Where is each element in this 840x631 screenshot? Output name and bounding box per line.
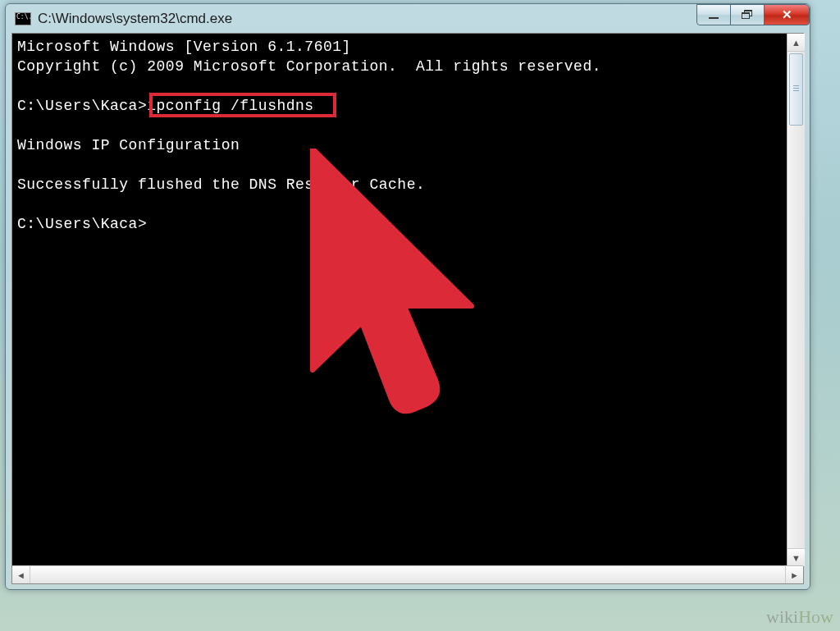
scroll-down-arrow-icon[interactable]: ▼ (788, 548, 805, 566)
console-frame: Microsoft Windows [Version 6.1.7601] Cop… (12, 34, 805, 566)
window-controls: ✕ (697, 4, 810, 25)
window-title: C:\Windows\system32\cmd.exe (38, 11, 232, 27)
watermark-how: How (798, 606, 833, 627)
client-area: Microsoft Windows [Version 6.1.7601] Cop… (11, 33, 804, 584)
watermark-wiki: wiki (766, 606, 798, 627)
restore-icon (742, 10, 753, 20)
console-line: Microsoft Windows [Version 6.1.7601] (17, 39, 351, 55)
minimize-button[interactable] (696, 4, 731, 25)
title-bar[interactable]: C:\. C:\Windows\system32\cmd.exe ✕ (11, 10, 804, 33)
close-button[interactable]: ✕ (764, 4, 810, 25)
console-prompt: C:\Users\Kaca> (17, 216, 147, 232)
scroll-up-arrow-icon[interactable]: ▲ (788, 34, 805, 52)
horizontal-scrollbar[interactable]: ◄ ► (12, 565, 803, 583)
console-output[interactable]: Microsoft Windows [Version 6.1.7601] Cop… (12, 34, 787, 566)
console-command: ipconfig /flushdns (147, 98, 313, 114)
cmd-app-icon: C:\. (15, 12, 31, 25)
scroll-right-arrow-icon[interactable]: ► (785, 566, 803, 583)
maximize-button[interactable] (730, 4, 765, 25)
console-line: Copyright (c) 2009 Microsoft Corporation… (17, 58, 601, 75)
console-line: Successfully flushed the DNS Resolver Ca… (17, 176, 425, 193)
console-prompt: C:\Users\Kaca> (17, 98, 147, 114)
cmd-window: C:\. C:\Windows\system32\cmd.exe ✕ Micro… (5, 3, 810, 590)
console-line: Windows IP Configuration (17, 137, 240, 153)
vertical-scrollbar[interactable]: ▲ ▼ (787, 34, 805, 566)
scroll-left-arrow-icon[interactable]: ◄ (12, 566, 30, 583)
minimize-icon (709, 17, 719, 19)
close-icon: ✕ (782, 7, 792, 22)
vertical-scroll-thumb[interactable] (789, 53, 803, 126)
watermark-text: wikiHow (766, 606, 833, 628)
